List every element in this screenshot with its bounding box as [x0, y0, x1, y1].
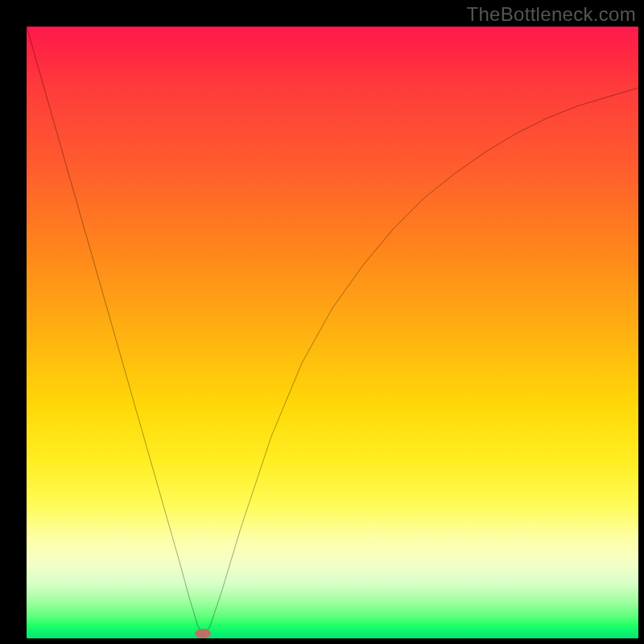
- bottleneck-curve-svg: [27, 27, 638, 638]
- watermark-text: TheBottleneck.com: [466, 3, 636, 26]
- bottleneck-curve: [27, 27, 638, 635]
- chart-frame: TheBottleneck.com: [0, 0, 644, 644]
- optimal-point-marker: [195, 629, 211, 638]
- plot-area: [27, 27, 638, 638]
